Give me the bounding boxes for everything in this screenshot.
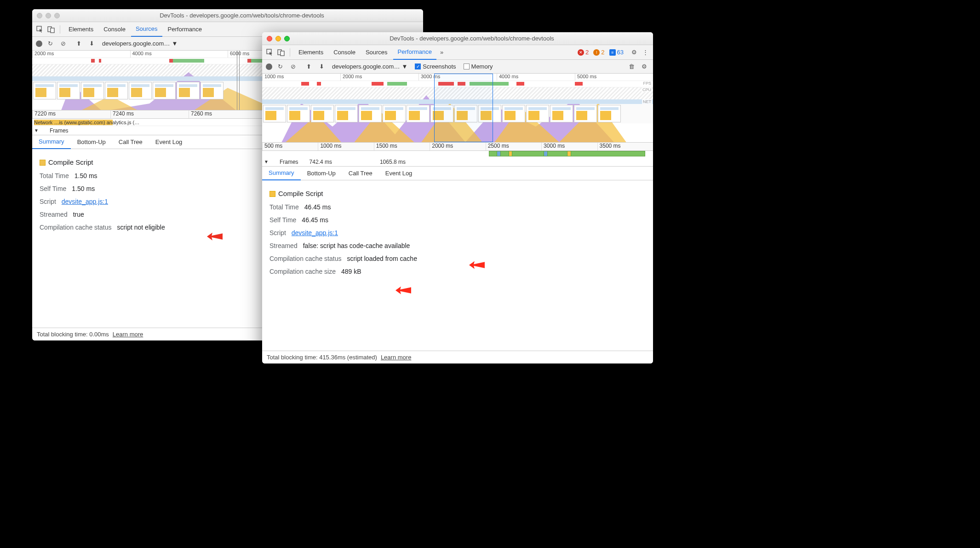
close-icon[interactable] <box>267 36 272 41</box>
error-icon: ✕ <box>578 49 584 56</box>
kebab-icon[interactable]: ⋮ <box>640 47 650 58</box>
blocking-time: Total blocking time: 0.00ms <box>37 331 109 338</box>
zoom-icon[interactable] <box>54 13 60 18</box>
reload-icon[interactable]: ↻ <box>45 39 55 49</box>
profile-dropdown[interactable]: developers.google.com… ▼ <box>332 63 407 70</box>
script-link[interactable]: devsite_app.js:1 <box>292 226 338 239</box>
titlebar[interactable]: DevTools - developers.google.com/web/too… <box>32 9 423 22</box>
row-cache-status: Compilation cache statusscript loaded fr… <box>269 252 646 265</box>
selection-region[interactable] <box>434 74 493 142</box>
profile-dropdown[interactable]: developers.google.com… ▼ <box>102 40 178 47</box>
learn-more-link[interactable]: Learn more <box>381 354 411 361</box>
upload-icon[interactable]: ⬆ <box>74 39 84 49</box>
upload-icon[interactable]: ⬆ <box>304 62 314 72</box>
annotation-arrow-icon <box>469 260 485 271</box>
checkbox-checked-icon: ✓ <box>415 63 421 69</box>
frames-label: Frames <box>280 159 298 165</box>
minimize-icon[interactable] <box>275 36 281 41</box>
reload-icon[interactable]: ↻ <box>275 62 285 72</box>
inspect-icon[interactable] <box>265 47 275 58</box>
frames-label: Frames <box>50 127 69 134</box>
row-streamed: Streamedfalse: script has code-cache ava… <box>269 239 646 252</box>
summary-panel: Compile Script Total Time46.45 ms Self T… <box>262 180 653 351</box>
devtools-toolbar: Elements Console Sources Performance » ✕… <box>262 45 653 60</box>
minimize-icon[interactable] <box>46 13 51 18</box>
download-icon[interactable]: ⬇ <box>86 39 97 49</box>
row-self-time: Self Time46.45 ms <box>269 213 646 226</box>
svg-rect-2 <box>51 28 54 33</box>
window-title: DevTools - developers.google.com/web/too… <box>295 35 648 42</box>
devtools-window-front: DevTools - developers.google.com/web/too… <box>262 32 653 363</box>
detail-tabs: Summary Bottom-Up Call Tree Event Log <box>262 167 653 180</box>
warning-count[interactable]: !2 <box>593 49 604 56</box>
checkbox-icon <box>464 63 470 69</box>
screenshots-checkbox[interactable]: ✓ Screenshots <box>415 63 456 70</box>
warning-icon: ! <box>593 49 600 56</box>
row-script: Scriptdevsite_app.js:1 <box>269 226 646 239</box>
dtab-bottomup[interactable]: Bottom-Up <box>71 135 112 149</box>
record-button[interactable] <box>266 63 272 70</box>
annotation-arrow-icon <box>207 231 223 242</box>
tab-sources[interactable]: Sources <box>131 22 162 37</box>
tab-performance[interactable]: Performance <box>163 22 206 37</box>
record-button[interactable] <box>36 40 42 47</box>
gear-icon[interactable]: ⚙ <box>629 47 639 58</box>
row-cache-size: Compilation cache size489 kB <box>269 265 646 278</box>
frame-time: 742.4 ms <box>309 159 332 165</box>
info-icon: ≡ <box>609 49 616 56</box>
perf-subbar: ↻ ⊘ ⬆ ⬇ developers.google.com… ▼ ✓ Scree… <box>262 60 653 74</box>
gear-icon[interactable]: ⚙ <box>639 62 649 72</box>
inspect-icon[interactable] <box>35 24 45 35</box>
script-link[interactable]: devsite_app.js:1 <box>62 195 108 208</box>
tab-performance[interactable]: Performance <box>393 45 436 60</box>
tab-console[interactable]: Console <box>99 22 130 37</box>
timeline-overview[interactable]: 1000 ms2000 ms 3000 ms4000 ms 5000 ms FP… <box>262 74 653 143</box>
blocking-time: Total blocking time: 415.36ms (estimated… <box>267 354 377 361</box>
device-icon[interactable] <box>46 24 56 35</box>
more-tabs-icon[interactable]: » <box>437 49 446 56</box>
frames-row[interactable]: ▼ Frames 742.4 ms 1065.8 ms <box>262 157 653 167</box>
learn-more-link[interactable]: Learn more <box>113 331 143 338</box>
memory-checkbox[interactable]: Memory <box>464 63 493 70</box>
chevron-down-icon[interactable]: ▼ <box>264 159 269 164</box>
dtab-summary[interactable]: Summary <box>262 167 301 180</box>
trash-icon[interactable]: 🗑 <box>626 62 636 72</box>
dtab-eventlog[interactable]: Event Log <box>379 167 419 180</box>
dtab-calltree[interactable]: Call Tree <box>342 167 379 180</box>
footer: Total blocking time: 415.36ms (estimated… <box>262 351 653 363</box>
tab-elements[interactable]: Elements <box>64 22 98 37</box>
clear-icon[interactable]: ⊘ <box>58 39 68 49</box>
info-count[interactable]: ≡63 <box>609 49 624 56</box>
traffic-lights[interactable] <box>267 36 290 41</box>
dtab-eventlog[interactable]: Event Log <box>149 135 189 149</box>
dtab-summary[interactable]: Summary <box>32 135 71 149</box>
device-icon[interactable] <box>276 47 286 58</box>
titlebar[interactable]: DevTools - developers.google.com/web/too… <box>262 32 653 45</box>
tab-elements[interactable]: Elements <box>294 45 328 60</box>
traffic-lights[interactable] <box>37 13 60 18</box>
error-count[interactable]: ✕2 <box>578 49 589 56</box>
category-color-icon <box>40 160 46 166</box>
zoom-icon[interactable] <box>284 36 290 41</box>
dtab-bottomup[interactable]: Bottom-Up <box>301 167 342 180</box>
window-title: DevTools - developers.google.com/web/too… <box>65 12 418 19</box>
annotation-arrow-icon <box>395 285 411 296</box>
row-total-time: Total Time46.45 ms <box>269 201 646 213</box>
frame-time: 1065.8 ms <box>380 159 406 165</box>
tab-console[interactable]: Console <box>329 45 360 60</box>
main-flame-row[interactable] <box>262 151 653 157</box>
tab-sources[interactable]: Sources <box>361 45 392 60</box>
clear-icon[interactable]: ⊘ <box>288 62 298 72</box>
summary-title: Compile Script <box>269 187 646 201</box>
category-color-icon <box>269 191 275 197</box>
close-icon[interactable] <box>37 13 42 18</box>
dtab-calltree[interactable]: Call Tree <box>112 135 149 149</box>
download-icon[interactable]: ⬇ <box>316 62 327 72</box>
flame-ruler: 500 ms1000 ms 1500 ms2000 ms 2500 ms3000… <box>262 143 653 151</box>
svg-rect-5 <box>281 51 284 56</box>
chevron-down-icon[interactable]: ▼ <box>34 128 39 133</box>
